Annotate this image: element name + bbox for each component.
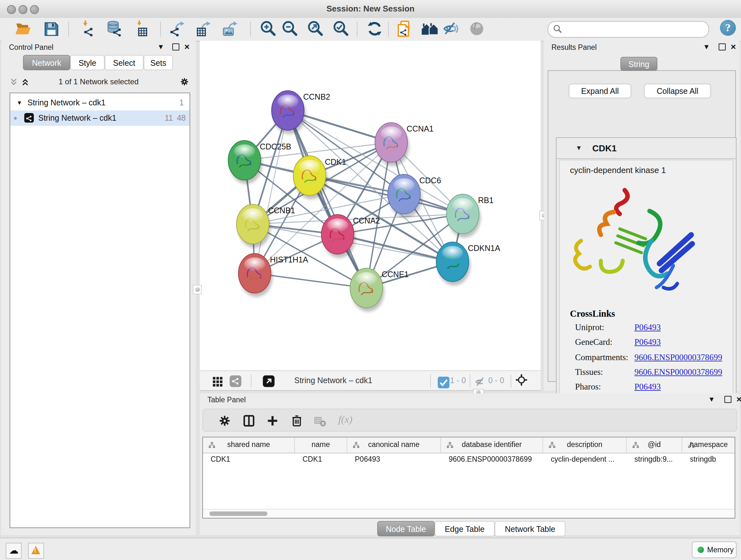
crosslink-link[interactable]: P06493: [634, 382, 661, 392]
network-row-selected[interactable]: ● String Network – cdk1 11 48: [10, 111, 190, 126]
expand-all-button[interactable]: Expand All: [569, 84, 631, 98]
table-row[interactable]: CDK1CDK1P064939606.ENSP00000378699cyclin…: [203, 453, 735, 465]
hidden-eye-slash-icon[interactable]: [474, 375, 485, 386]
network-node-CCNA2[interactable]: [321, 214, 355, 258]
panel-float-icon[interactable]: [172, 44, 179, 51]
scrollbar-thumb[interactable]: [209, 511, 267, 516]
network-canvas[interactable]: CCNB2CCNA1CDC25BCDK1CDC6RB1CCNB1CCNA2CDK…: [200, 41, 541, 391]
left-splitter-handle[interactable]: [193, 285, 202, 294]
import-table-file-icon[interactable]: [131, 20, 149, 38]
network-node-CDK1[interactable]: [293, 156, 327, 199]
table-cell[interactable]: stringdb: [682, 453, 735, 465]
network-node-CCNA1[interactable]: [375, 123, 409, 166]
cloud-status-button[interactable]: ☁: [6, 543, 22, 559]
crosslink-link[interactable]: 9606.ENSP00000378699: [634, 367, 722, 377]
zoom-out-icon[interactable]: [281, 20, 299, 38]
table-cell[interactable]: CDK1: [203, 453, 295, 465]
tab-edge-table[interactable]: Edge Table: [434, 521, 495, 537]
open-session-icon[interactable]: [14, 20, 32, 38]
add-column-icon[interactable]: [266, 414, 280, 428]
help-icon[interactable]: ?: [720, 20, 736, 36]
close-window-button[interactable]: [7, 5, 16, 14]
copy-network-icon[interactable]: [396, 20, 414, 38]
delete-column-trash-icon[interactable]: [290, 414, 304, 428]
tree-expand-caret-icon[interactable]: ▼: [17, 95, 22, 111]
export-table-icon[interactable]: [195, 20, 212, 38]
zoom-fit-icon[interactable]: [307, 20, 324, 38]
panel-close-icon[interactable]: ×: [735, 394, 741, 404]
table-cell[interactable]: cyclin-dependent ...: [543, 453, 627, 465]
collapse-all-button[interactable]: Collapse All: [644, 84, 711, 98]
column-header-description[interactable]: description: [543, 437, 627, 453]
minimize-window-button[interactable]: [18, 5, 27, 14]
crosslink-link[interactable]: P06493: [634, 322, 661, 333]
network-node-HIST1H1A[interactable]: [239, 253, 273, 297]
open-in-window-icon[interactable]: [262, 375, 275, 388]
network-edge[interactable]: [255, 111, 288, 273]
refresh-icon[interactable]: [366, 20, 384, 38]
network-node-CCNE1[interactable]: [350, 268, 384, 312]
column-header-canonical-name[interactable]: canonical name: [347, 437, 441, 453]
panel-close-icon[interactable]: ×: [729, 42, 738, 52]
panel-close-icon[interactable]: ×: [183, 42, 192, 52]
tab-select[interactable]: Select: [105, 55, 144, 70]
column-header--id[interactable]: @id: [627, 437, 682, 453]
import-network-file-icon[interactable]: [78, 20, 96, 38]
network-share-icon[interactable]: [229, 375, 242, 388]
column-header-namespace[interactable]: namespace: [682, 437, 735, 453]
network-node-CDKN1A[interactable]: [436, 242, 470, 286]
section-collapse-caret-icon[interactable]: ▼: [576, 144, 582, 151]
search-input[interactable]: [565, 23, 704, 36]
horizontal-scrollbar[interactable]: [203, 509, 735, 518]
function-builder-icon[interactable]: f(x): [338, 414, 352, 425]
save-session-icon[interactable]: [42, 20, 60, 38]
table-cell[interactable]: stringdb:9...: [627, 453, 682, 465]
crosshair-icon[interactable]: [515, 374, 530, 389]
tab-string[interactable]: String: [620, 57, 657, 71]
network-node-RB1[interactable]: [447, 194, 481, 238]
import-network-database-icon[interactable]: [105, 20, 123, 38]
network-graph[interactable]: CCNB2CCNA1CDC25BCDK1CDC6RB1CCNB1CCNA2CDK…: [200, 41, 541, 370]
crosslink-link[interactable]: 9606.ENSP00000378699: [634, 352, 722, 362]
table-cell[interactable]: P06493: [347, 453, 441, 465]
network-node-CCNB1[interactable]: [237, 204, 271, 248]
panel-menu-caret-icon[interactable]: ▼: [707, 395, 716, 403]
network-collection-row[interactable]: ▼ String Network – cdk1 1: [10, 95, 190, 111]
table-cell[interactable]: CDK1: [295, 453, 347, 465]
table-settings-gear-icon[interactable]: [218, 414, 232, 428]
tab-sets[interactable]: Sets: [144, 55, 173, 70]
memory-button[interactable]: Memory: [692, 542, 737, 558]
tab-style[interactable]: Style: [70, 55, 105, 70]
export-image-icon[interactable]: [221, 20, 239, 38]
show-eye-icon[interactable]: [468, 20, 486, 38]
delete-table-icon[interactable]: [313, 414, 327, 428]
zoom-in-icon[interactable]: [259, 20, 277, 38]
panel-menu-caret-icon[interactable]: ▼: [702, 43, 711, 51]
gear-icon[interactable]: [179, 77, 190, 89]
tab-node-table[interactable]: Node Table: [377, 521, 434, 537]
selected-checkbox-icon[interactable]: [437, 376, 447, 386]
network-node-CDC6[interactable]: [388, 174, 422, 218]
show-columns-icon[interactable]: [242, 414, 256, 428]
panel-float-icon[interactable]: [724, 396, 731, 403]
protein-section-header[interactable]: ▼ CDK1: [556, 138, 736, 159]
table-cell[interactable]: 9606.ENSP00000378699: [441, 453, 543, 465]
column-header-name[interactable]: name: [295, 437, 347, 453]
warnings-button[interactable]: [28, 543, 44, 559]
home-networks-icon[interactable]: [421, 20, 439, 38]
zoom-selected-icon[interactable]: [332, 20, 350, 38]
column-header-shared-name[interactable]: shared name: [203, 437, 295, 453]
node-table: shared namenamecanonical namedatabase id…: [202, 437, 735, 518]
panel-menu-caret-icon[interactable]: ▼: [156, 43, 165, 51]
zoom-window-button[interactable]: [30, 5, 39, 14]
network-node-CCNB2[interactable]: [272, 91, 306, 134]
crosslink-link[interactable]: P06493: [634, 337, 661, 348]
column-header-database-identifier[interactable]: database identifier: [441, 437, 543, 453]
birdseye-grid-icon[interactable]: [211, 375, 224, 388]
network-node-CDC25B[interactable]: [228, 140, 262, 184]
tab-network[interactable]: Network: [23, 55, 70, 70]
tab-network-table[interactable]: Network Table: [495, 521, 565, 537]
export-network-icon[interactable]: [169, 20, 186, 38]
panel-float-icon[interactable]: [719, 44, 726, 51]
hide-selected-icon[interactable]: [442, 20, 460, 38]
